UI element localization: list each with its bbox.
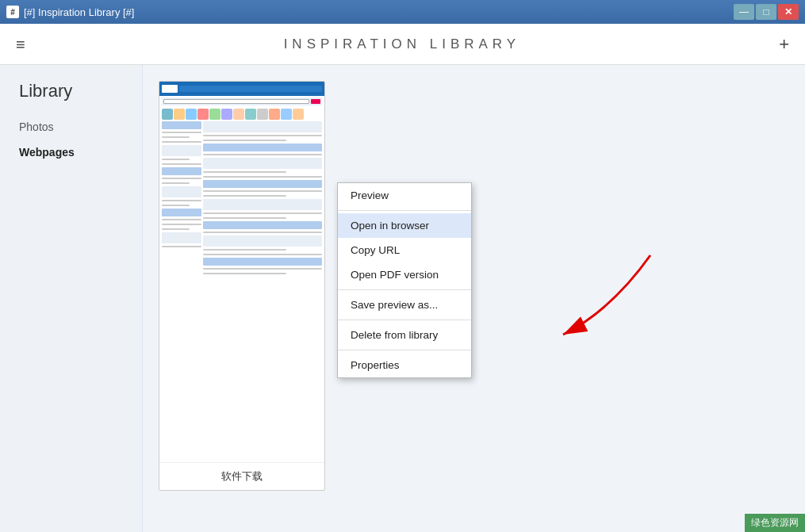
context-menu-preview[interactable]: Preview xyxy=(338,183,471,208)
app-icon: # xyxy=(6,6,19,18)
title-bar-left: # [#] Inspiration Library [#] xyxy=(6,6,134,18)
main-layout: Library Photos Webpages xyxy=(0,65,805,532)
header: ≡ INSPIRATION LIBRARY + xyxy=(0,24,805,65)
close-button[interactable]: ✕ xyxy=(778,4,799,20)
separator-4 xyxy=(338,350,471,350)
context-menu-properties[interactable]: Properties xyxy=(338,353,471,377)
add-icon[interactable]: + xyxy=(779,36,789,53)
separator-1 xyxy=(338,210,471,211)
red-arrow-indicator xyxy=(452,247,690,469)
sidebar: Library Photos Webpages xyxy=(0,65,143,532)
app-title: INSPIRATION LIBRARY xyxy=(284,36,521,52)
separator-2 xyxy=(338,289,471,290)
title-bar: # [#] Inspiration Library [#] — □ ✕ xyxy=(0,0,805,24)
sidebar-item-photos[interactable]: Photos xyxy=(0,114,142,140)
window-controls: — □ ✕ xyxy=(734,4,799,20)
title-bar-title: [#] Inspiration Library [#] xyxy=(24,6,134,18)
context-menu-open-pdf[interactable]: Open PDF version xyxy=(338,262,471,287)
separator-3 xyxy=(338,320,471,320)
maximize-button[interactable]: □ xyxy=(756,4,776,20)
card-thumbnail xyxy=(159,82,324,462)
content-area[interactable]: 软件下载 Preview Open in browser Copy URL Op… xyxy=(143,65,805,532)
context-menu-open-browser[interactable]: Open in browser xyxy=(338,213,471,238)
card-label: 软件下载 xyxy=(159,462,324,490)
context-menu-save-preview[interactable]: Save preview as... xyxy=(338,293,471,317)
fake-webpage xyxy=(159,82,324,462)
minimize-button[interactable]: — xyxy=(734,4,754,20)
menu-icon[interactable]: ≡ xyxy=(16,36,25,52)
sidebar-item-webpages[interactable]: Webpages xyxy=(0,140,142,165)
watermark: 绿色资源网 xyxy=(745,514,805,532)
context-menu-delete[interactable]: Delete from library xyxy=(338,323,471,347)
app-container: ≡ INSPIRATION LIBRARY + Library Photos W… xyxy=(0,24,805,532)
context-menu-copy-url[interactable]: Copy URL xyxy=(338,238,471,262)
sidebar-heading: Library xyxy=(0,81,142,114)
context-menu: Preview Open in browser Copy URL Open PD… xyxy=(337,182,472,378)
webpage-card[interactable]: 软件下载 xyxy=(159,81,325,491)
